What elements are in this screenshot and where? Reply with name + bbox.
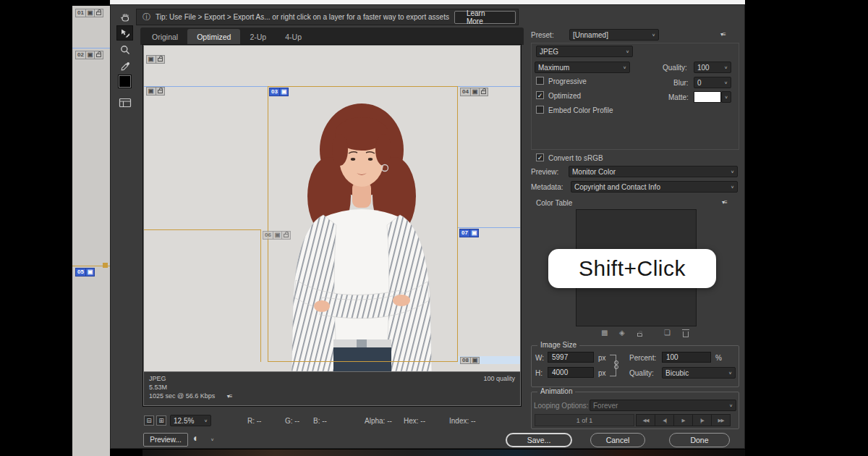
- slice-badge-08[interactable]: 08 ▣: [460, 357, 480, 364]
- tab-original[interactable]: Original: [142, 29, 187, 45]
- slice-number: 02: [75, 51, 86, 59]
- slice-image-icon: ▣: [279, 88, 289, 96]
- preset-menu-icon[interactable]: ▾≡: [720, 31, 726, 38]
- compression-value: Maximum: [538, 64, 620, 72]
- slice-visibility-toggle-icon[interactable]: ⊟: [144, 415, 154, 426]
- slice-handle[interactable]: [103, 263, 108, 268]
- status-download-time: 1025 sec @ 56.6 Kbps: [149, 392, 215, 400]
- next-frame-button[interactable]: |▶: [692, 414, 712, 426]
- last-frame-button[interactable]: ▶▶: [711, 414, 731, 426]
- selected-slice-outline: [268, 86, 458, 362]
- slice-badge-04[interactable]: 04 ▣: [460, 88, 488, 96]
- slice-badge-01[interactable]: 01 ▣: [75, 9, 103, 17]
- resample-quality-select[interactable]: Bicubic ∨: [662, 367, 736, 379]
- matte-select[interactable]: ∨: [721, 91, 731, 103]
- compression-quality-select[interactable]: Maximum ∨: [535, 62, 630, 73]
- slice-number: 06: [263, 231, 273, 240]
- preset-select[interactable]: [Unnamed] ∨: [569, 29, 659, 41]
- progressive-checkbox[interactable]: [536, 77, 544, 85]
- height-input[interactable]: 4000: [548, 367, 594, 378]
- slice-badge[interactable]: ▣: [146, 87, 165, 96]
- zoom-level-select[interactable]: 12.5% ∨: [170, 415, 211, 426]
- zoom-tool-button[interactable]: [116, 42, 133, 57]
- optimize-status-bar: JPEG 5.53M 1025 sec @ 56.6 Kbps ▾≡ 100 q…: [144, 371, 520, 405]
- slice-badge-05-selected[interactable]: 05 ▣: [75, 268, 95, 276]
- delete-color-icon[interactable]: [683, 331, 689, 339]
- blur-label: Blur:: [673, 79, 689, 87]
- color-table-title: Color Table: [536, 199, 572, 207]
- slice-badge-07-selected[interactable]: 07 ▣: [459, 229, 479, 237]
- first-frame-button[interactable]: ◀◀: [636, 414, 655, 426]
- transparency-dither-icon[interactable]: ▩: [601, 329, 608, 337]
- convert-srgb-checkbox[interactable]: ✓: [536, 153, 544, 161]
- optimized-preview-canvas[interactable]: ▣ ▣ 03 ▣ 04 ▣ 06 ▣: [144, 46, 520, 371]
- blur-select[interactable]: 0 ∨: [694, 77, 731, 88]
- embed-color-profile-checkbox[interactable]: [536, 106, 544, 114]
- preview-in-browser-icon[interactable]: ◐: [193, 432, 199, 444]
- info-icon: ⓘ: [142, 12, 150, 22]
- preset-label: Preset:: [531, 31, 554, 39]
- tab-4up[interactable]: 4-Up: [276, 29, 311, 45]
- eyedropper-tool-button[interactable]: [116, 59, 133, 74]
- checkmark-icon: ✓: [537, 92, 543, 99]
- image-size-group: Image Size W: 5997 px H: 4000 px Percent…: [531, 345, 739, 387]
- preview-tabs: Original Optimized 2-Up 4-Up: [140, 28, 524, 45]
- new-color-icon[interactable]: ❏: [664, 329, 671, 337]
- chevron-down-icon: ∨: [728, 371, 732, 375]
- previous-frame-button[interactable]: ◀|: [655, 414, 674, 426]
- slice-badge-02[interactable]: 02 ▣: [75, 51, 103, 59]
- width-unit: px: [598, 354, 606, 362]
- looping-options-select[interactable]: Forever ∨: [590, 400, 736, 411]
- slice-select-tool-button[interactable]: [116, 25, 133, 41]
- animation-title: Animation: [537, 387, 575, 395]
- preview-button[interactable]: Preview...: [143, 433, 188, 447]
- web-shift-icon[interactable]: ◈: [619, 329, 625, 337]
- color-table-menu-icon[interactable]: ▾≡: [722, 199, 727, 206]
- quality-value: 100: [697, 64, 721, 72]
- play-button[interactable]: ▶: [673, 414, 693, 426]
- magnifier-icon: [119, 44, 131, 56]
- readout-b: B: --: [313, 417, 327, 425]
- preview-frame: ▣ ▣ 03 ▣ 04 ▣ 06 ▣: [143, 45, 521, 406]
- slice-lock-icon: [156, 87, 165, 96]
- quality-select[interactable]: 100 ∨: [694, 62, 731, 73]
- frame-counter: 1 of 1: [535, 414, 634, 426]
- matte-label: Matte:: [668, 93, 689, 101]
- chevron-down-icon: ∨: [729, 403, 733, 408]
- optimized-checkbox[interactable]: ✓: [536, 91, 544, 99]
- metadata-select[interactable]: Copyright and Contact Info ∨: [571, 181, 738, 193]
- slice-select-icon: [119, 28, 131, 39]
- done-button[interactable]: Done: [669, 433, 730, 447]
- slice-badge-06[interactable]: 06 ▣: [263, 231, 291, 240]
- format-select[interactable]: JPEG ∨: [536, 46, 633, 57]
- zoom-level-value: 12.5%: [174, 417, 201, 425]
- percent-input[interactable]: 100: [662, 352, 711, 363]
- lock-color-icon[interactable]: [637, 330, 642, 338]
- resample-quality-value: Bicubic: [665, 369, 726, 377]
- learn-more-button[interactable]: Learn More: [454, 11, 516, 24]
- slices-visibility-icon: [119, 98, 132, 108]
- slice-lock-icon: [479, 88, 488, 96]
- hand-tool-button[interactable]: [116, 9, 133, 25]
- save-button[interactable]: Save...: [506, 433, 572, 447]
- cancel-button[interactable]: Cancel: [590, 433, 645, 447]
- matte-color-swatch-tool[interactable]: [119, 75, 131, 88]
- slice-image-icon: ▣: [470, 357, 480, 364]
- readout-r: R: --: [247, 417, 261, 425]
- tab-2up[interactable]: 2-Up: [240, 29, 276, 45]
- toggle-slices-visibility-button[interactable]: [116, 95, 133, 110]
- save-for-web-dialog: ⓘ Tip: Use File > Export > Export As... …: [110, 4, 745, 449]
- width-input[interactable]: 5997: [548, 352, 594, 363]
- preview-mode-select[interactable]: Monitor Color ∨: [569, 166, 738, 177]
- slice-badge[interactable]: ▣: [146, 55, 165, 64]
- tab-optimized[interactable]: Optimized: [187, 29, 240, 45]
- save-for-web-screen: 01 ▣ 02 ▣ 05 ▣ ⓘ Tip: Use File > Export …: [0, 0, 868, 456]
- slice-guide-line: [458, 227, 520, 228]
- matte-color-swatch[interactable]: [694, 91, 721, 103]
- chevron-down-icon[interactable]: ∨: [210, 437, 214, 442]
- background-photo-sliver: [142, 449, 745, 456]
- download-speed-menu-icon[interactable]: ▾≡: [227, 393, 232, 400]
- width-label: W:: [535, 354, 544, 362]
- slice-badge-03-selected[interactable]: 03 ▣: [269, 88, 289, 96]
- preview-menu-icon[interactable]: ⊞: [156, 415, 166, 426]
